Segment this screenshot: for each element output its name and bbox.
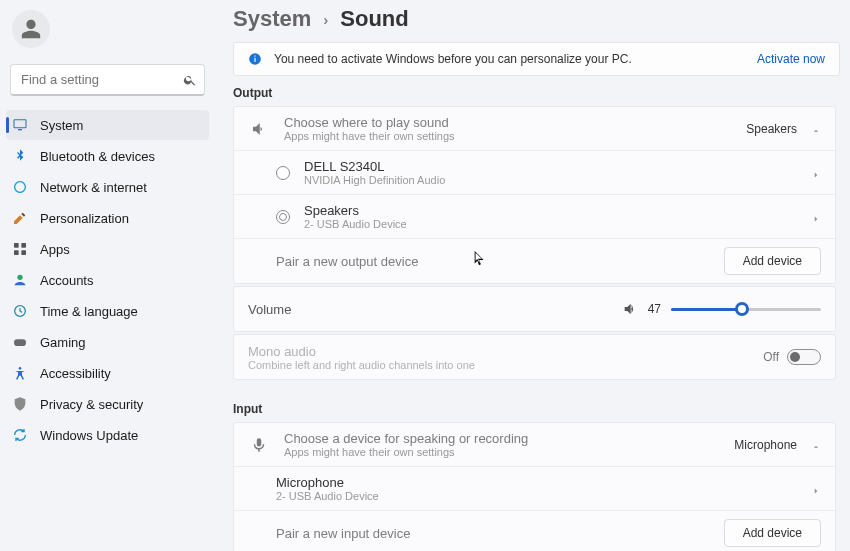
chevron-right-icon bbox=[811, 484, 821, 494]
add-output-device-button[interactable]: Add device bbox=[724, 247, 821, 275]
volume-value: 47 bbox=[648, 302, 661, 316]
shield-icon bbox=[12, 396, 28, 412]
chevron-right-icon bbox=[811, 168, 821, 178]
sidebar-item-privacy[interactable]: Privacy & security bbox=[6, 389, 209, 419]
sidebar-item-accessibility[interactable]: Accessibility bbox=[6, 358, 209, 388]
system-icon bbox=[12, 117, 28, 133]
sidebar-item-label: Windows Update bbox=[40, 428, 138, 443]
output-device-dell[interactable]: DELL S2340L NVIDIA High Definition Audio bbox=[234, 151, 835, 195]
activation-banner: You need to activate Windows before you … bbox=[233, 42, 840, 76]
pair-output-label: Pair a new output device bbox=[276, 254, 710, 269]
svg-rect-1 bbox=[18, 129, 22, 130]
input-panel: Choose a device for speaking or recordin… bbox=[233, 422, 836, 551]
activate-now-link[interactable]: Activate now bbox=[757, 52, 825, 66]
search-icon bbox=[183, 73, 197, 87]
person-icon bbox=[20, 18, 42, 40]
sidebar-item-system[interactable]: System bbox=[6, 110, 209, 140]
output-device-speakers[interactable]: Speakers 2- USB Audio Device bbox=[234, 195, 835, 239]
input-device-microphone[interactable]: Microphone 2- USB Audio Device bbox=[234, 467, 835, 511]
svg-point-6 bbox=[17, 275, 22, 280]
account-header[interactable] bbox=[6, 6, 209, 58]
svg-rect-12 bbox=[254, 56, 255, 57]
sidebar-item-personalization[interactable]: Personalization bbox=[6, 203, 209, 233]
radio-unselected[interactable] bbox=[276, 166, 290, 180]
radio-selected[interactable] bbox=[276, 210, 290, 224]
output-header-row[interactable]: Choose where to play sound Apps might ha… bbox=[234, 107, 835, 151]
device-name: Speakers bbox=[304, 203, 797, 218]
breadcrumb-parent[interactable]: System bbox=[233, 6, 311, 32]
search-field bbox=[10, 64, 205, 96]
breadcrumb: System › Sound bbox=[233, 4, 840, 42]
input-header-title: Choose a device for speaking or recordin… bbox=[284, 431, 720, 446]
pair-input-row: Pair a new input device Add device bbox=[234, 511, 835, 551]
update-icon bbox=[12, 427, 28, 443]
sidebar-item-label: Apps bbox=[40, 242, 70, 257]
mono-toggle[interactable] bbox=[787, 349, 821, 365]
clock-icon bbox=[12, 303, 28, 319]
sidebar-item-network[interactable]: Network & internet bbox=[6, 172, 209, 202]
chevron-right-icon: › bbox=[323, 11, 328, 28]
svg-rect-5 bbox=[21, 250, 26, 255]
sidebar-item-label: System bbox=[40, 118, 83, 133]
svg-rect-8 bbox=[14, 339, 26, 346]
speaker-icon bbox=[248, 120, 270, 138]
page-title: Sound bbox=[340, 6, 408, 32]
output-header-sub: Apps might have their own settings bbox=[284, 130, 732, 142]
volume-row: Volume 47 bbox=[234, 287, 835, 331]
chevron-up-icon bbox=[811, 440, 821, 450]
sidebar-item-bluetooth[interactable]: Bluetooth & devices bbox=[6, 141, 209, 171]
device-sub: NVIDIA High Definition Audio bbox=[304, 174, 797, 186]
mono-title: Mono audio bbox=[248, 344, 749, 359]
mic-icon bbox=[248, 436, 270, 454]
sidebar-item-label: Privacy & security bbox=[40, 397, 143, 412]
pair-input-label: Pair a new input device bbox=[276, 526, 710, 541]
svg-rect-0 bbox=[14, 120, 26, 128]
output-header-title: Choose where to play sound bbox=[284, 115, 732, 130]
device-name: DELL S2340L bbox=[304, 159, 797, 174]
apps-icon bbox=[12, 241, 28, 257]
sidebar-item-label: Network & internet bbox=[40, 180, 147, 195]
device-name: Microphone bbox=[276, 475, 797, 490]
sidebar-item-label: Time & language bbox=[40, 304, 138, 319]
sidebar-item-update[interactable]: Windows Update bbox=[6, 420, 209, 450]
sidebar-item-label: Accounts bbox=[40, 273, 93, 288]
sidebar-item-label: Personalization bbox=[40, 211, 129, 226]
mono-panel: Mono audio Combine left and right audio … bbox=[233, 334, 836, 380]
search-input[interactable] bbox=[10, 64, 205, 96]
sidebar-item-accounts[interactable]: Accounts bbox=[6, 265, 209, 295]
input-section-title: Input bbox=[233, 398, 836, 422]
mono-row: Mono audio Combine left and right audio … bbox=[234, 335, 835, 379]
gaming-icon bbox=[12, 334, 28, 350]
volume-label: Volume bbox=[248, 302, 608, 317]
device-sub: 2- USB Audio Device bbox=[276, 490, 797, 502]
pair-output-row: Pair a new output device Add device bbox=[234, 239, 835, 283]
paint-icon bbox=[12, 210, 28, 226]
bluetooth-icon bbox=[12, 148, 28, 164]
input-header-row[interactable]: Choose a device for speaking or recordin… bbox=[234, 423, 835, 467]
add-input-device-button[interactable]: Add device bbox=[724, 519, 821, 547]
sidebar-item-apps[interactable]: Apps bbox=[6, 234, 209, 264]
device-sub: 2- USB Audio Device bbox=[304, 218, 797, 230]
volume-panel: Volume 47 bbox=[233, 286, 836, 332]
sidebar-item-time[interactable]: Time & language bbox=[6, 296, 209, 326]
sidebar-item-label: Bluetooth & devices bbox=[40, 149, 155, 164]
input-header-sub: Apps might have their own settings bbox=[284, 446, 720, 458]
main-content: System › Sound You need to activate Wind… bbox=[215, 0, 850, 551]
avatar bbox=[12, 10, 50, 48]
network-icon bbox=[12, 179, 28, 195]
accounts-icon bbox=[12, 272, 28, 288]
svg-rect-3 bbox=[21, 243, 26, 248]
output-section-title: Output bbox=[233, 82, 836, 106]
sidebar-item-label: Gaming bbox=[40, 335, 86, 350]
output-current: Speakers bbox=[746, 122, 797, 136]
volume-slider[interactable] bbox=[671, 308, 821, 311]
sidebar-item-gaming[interactable]: Gaming bbox=[6, 327, 209, 357]
mono-state: Off bbox=[763, 350, 779, 364]
svg-rect-11 bbox=[254, 58, 255, 62]
svg-rect-4 bbox=[14, 250, 19, 255]
volume-icon[interactable] bbox=[622, 301, 638, 317]
chevron-up-icon bbox=[811, 124, 821, 134]
svg-point-9 bbox=[19, 367, 22, 370]
banner-text: You need to activate Windows before you … bbox=[274, 52, 745, 66]
output-panel: Choose where to play sound Apps might ha… bbox=[233, 106, 836, 284]
